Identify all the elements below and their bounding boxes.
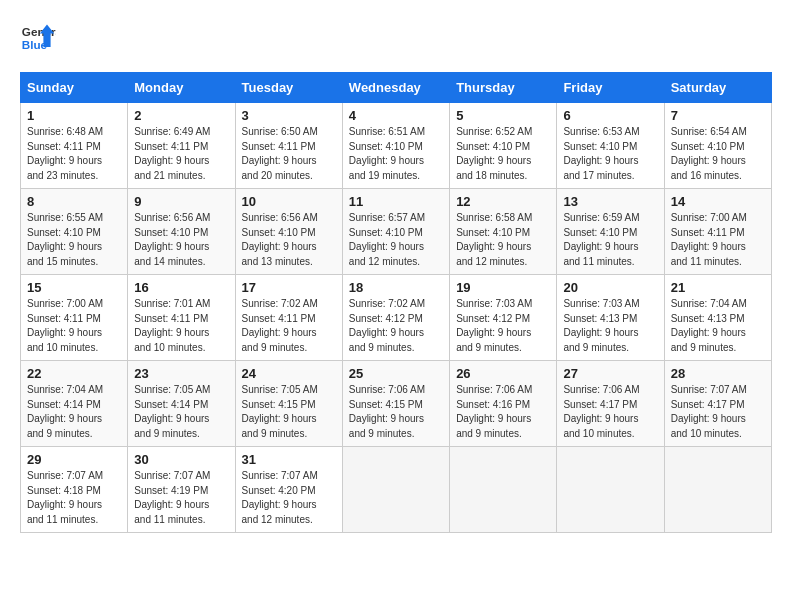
day-number: 3 bbox=[242, 108, 336, 123]
day-number: 24 bbox=[242, 366, 336, 381]
day-header-saturday: Saturday bbox=[664, 73, 771, 103]
day-cell-7: 7 Sunrise: 6:54 AMSunset: 4:10 PMDayligh… bbox=[664, 103, 771, 189]
day-number: 14 bbox=[671, 194, 765, 209]
day-number: 1 bbox=[27, 108, 121, 123]
day-number: 12 bbox=[456, 194, 550, 209]
day-cell-23: 23 Sunrise: 7:05 AMSunset: 4:14 PMDaylig… bbox=[128, 361, 235, 447]
day-cell-31: 31 Sunrise: 7:07 AMSunset: 4:20 PMDaylig… bbox=[235, 447, 342, 533]
day-info: Sunrise: 6:52 AMSunset: 4:10 PMDaylight:… bbox=[456, 126, 532, 181]
day-number: 11 bbox=[349, 194, 443, 209]
day-info: Sunrise: 6:53 AMSunset: 4:10 PMDaylight:… bbox=[563, 126, 639, 181]
day-number: 13 bbox=[563, 194, 657, 209]
day-info: Sunrise: 6:50 AMSunset: 4:11 PMDaylight:… bbox=[242, 126, 318, 181]
day-number: 21 bbox=[671, 280, 765, 295]
day-cell-15: 15 Sunrise: 7:00 AMSunset: 4:11 PMDaylig… bbox=[21, 275, 128, 361]
day-number: 8 bbox=[27, 194, 121, 209]
day-info: Sunrise: 7:07 AMSunset: 4:19 PMDaylight:… bbox=[134, 470, 210, 525]
calendar-table: SundayMondayTuesdayWednesdayThursdayFrid… bbox=[20, 72, 772, 533]
day-info: Sunrise: 7:02 AMSunset: 4:11 PMDaylight:… bbox=[242, 298, 318, 353]
day-cell-10: 10 Sunrise: 6:56 AMSunset: 4:10 PMDaylig… bbox=[235, 189, 342, 275]
day-cell-1: 1 Sunrise: 6:48 AMSunset: 4:11 PMDayligh… bbox=[21, 103, 128, 189]
day-number: 19 bbox=[456, 280, 550, 295]
day-cell-13: 13 Sunrise: 6:59 AMSunset: 4:10 PMDaylig… bbox=[557, 189, 664, 275]
day-header-tuesday: Tuesday bbox=[235, 73, 342, 103]
day-number: 23 bbox=[134, 366, 228, 381]
day-info: Sunrise: 6:59 AMSunset: 4:10 PMDaylight:… bbox=[563, 212, 639, 267]
day-info: Sunrise: 6:56 AMSunset: 4:10 PMDaylight:… bbox=[242, 212, 318, 267]
day-cell-5: 5 Sunrise: 6:52 AMSunset: 4:10 PMDayligh… bbox=[450, 103, 557, 189]
day-number: 17 bbox=[242, 280, 336, 295]
day-cell-3: 3 Sunrise: 6:50 AMSunset: 4:11 PMDayligh… bbox=[235, 103, 342, 189]
day-cell-21: 21 Sunrise: 7:04 AMSunset: 4:13 PMDaylig… bbox=[664, 275, 771, 361]
day-cell-19: 19 Sunrise: 7:03 AMSunset: 4:12 PMDaylig… bbox=[450, 275, 557, 361]
day-info: Sunrise: 6:54 AMSunset: 4:10 PMDaylight:… bbox=[671, 126, 747, 181]
day-cell-2: 2 Sunrise: 6:49 AMSunset: 4:11 PMDayligh… bbox=[128, 103, 235, 189]
day-info: Sunrise: 6:56 AMSunset: 4:10 PMDaylight:… bbox=[134, 212, 210, 267]
empty-cell bbox=[450, 447, 557, 533]
day-cell-25: 25 Sunrise: 7:06 AMSunset: 4:15 PMDaylig… bbox=[342, 361, 449, 447]
day-info: Sunrise: 7:01 AMSunset: 4:11 PMDaylight:… bbox=[134, 298, 210, 353]
header: General Blue bbox=[20, 20, 772, 56]
day-cell-30: 30 Sunrise: 7:07 AMSunset: 4:19 PMDaylig… bbox=[128, 447, 235, 533]
day-cell-16: 16 Sunrise: 7:01 AMSunset: 4:11 PMDaylig… bbox=[128, 275, 235, 361]
day-info: Sunrise: 7:07 AMSunset: 4:17 PMDaylight:… bbox=[671, 384, 747, 439]
day-info: Sunrise: 7:02 AMSunset: 4:12 PMDaylight:… bbox=[349, 298, 425, 353]
day-cell-17: 17 Sunrise: 7:02 AMSunset: 4:11 PMDaylig… bbox=[235, 275, 342, 361]
day-number: 22 bbox=[27, 366, 121, 381]
day-number: 29 bbox=[27, 452, 121, 467]
day-info: Sunrise: 7:06 AMSunset: 4:17 PMDaylight:… bbox=[563, 384, 639, 439]
day-info: Sunrise: 7:07 AMSunset: 4:18 PMDaylight:… bbox=[27, 470, 103, 525]
day-info: Sunrise: 6:49 AMSunset: 4:11 PMDaylight:… bbox=[134, 126, 210, 181]
empty-cell bbox=[342, 447, 449, 533]
day-info: Sunrise: 7:05 AMSunset: 4:15 PMDaylight:… bbox=[242, 384, 318, 439]
day-number: 7 bbox=[671, 108, 765, 123]
week-row-1: 1 Sunrise: 6:48 AMSunset: 4:11 PMDayligh… bbox=[21, 103, 772, 189]
day-cell-8: 8 Sunrise: 6:55 AMSunset: 4:10 PMDayligh… bbox=[21, 189, 128, 275]
day-info: Sunrise: 6:58 AMSunset: 4:10 PMDaylight:… bbox=[456, 212, 532, 267]
week-row-5: 29 Sunrise: 7:07 AMSunset: 4:18 PMDaylig… bbox=[21, 447, 772, 533]
day-header-sunday: Sunday bbox=[21, 73, 128, 103]
day-cell-4: 4 Sunrise: 6:51 AMSunset: 4:10 PMDayligh… bbox=[342, 103, 449, 189]
day-cell-26: 26 Sunrise: 7:06 AMSunset: 4:16 PMDaylig… bbox=[450, 361, 557, 447]
day-info: Sunrise: 7:06 AMSunset: 4:15 PMDaylight:… bbox=[349, 384, 425, 439]
day-number: 30 bbox=[134, 452, 228, 467]
day-number: 20 bbox=[563, 280, 657, 295]
day-number: 18 bbox=[349, 280, 443, 295]
day-cell-29: 29 Sunrise: 7:07 AMSunset: 4:18 PMDaylig… bbox=[21, 447, 128, 533]
day-info: Sunrise: 7:04 AMSunset: 4:14 PMDaylight:… bbox=[27, 384, 103, 439]
day-number: 4 bbox=[349, 108, 443, 123]
logo-icon: General Blue bbox=[20, 20, 56, 56]
day-number: 9 bbox=[134, 194, 228, 209]
week-row-2: 8 Sunrise: 6:55 AMSunset: 4:10 PMDayligh… bbox=[21, 189, 772, 275]
day-info: Sunrise: 7:00 AMSunset: 4:11 PMDaylight:… bbox=[27, 298, 103, 353]
day-number: 25 bbox=[349, 366, 443, 381]
day-header-thursday: Thursday bbox=[450, 73, 557, 103]
day-cell-28: 28 Sunrise: 7:07 AMSunset: 4:17 PMDaylig… bbox=[664, 361, 771, 447]
day-cell-24: 24 Sunrise: 7:05 AMSunset: 4:15 PMDaylig… bbox=[235, 361, 342, 447]
week-row-3: 15 Sunrise: 7:00 AMSunset: 4:11 PMDaylig… bbox=[21, 275, 772, 361]
day-number: 10 bbox=[242, 194, 336, 209]
day-cell-18: 18 Sunrise: 7:02 AMSunset: 4:12 PMDaylig… bbox=[342, 275, 449, 361]
day-cell-27: 27 Sunrise: 7:06 AMSunset: 4:17 PMDaylig… bbox=[557, 361, 664, 447]
day-number: 6 bbox=[563, 108, 657, 123]
day-number: 2 bbox=[134, 108, 228, 123]
day-cell-12: 12 Sunrise: 6:58 AMSunset: 4:10 PMDaylig… bbox=[450, 189, 557, 275]
day-cell-22: 22 Sunrise: 7:04 AMSunset: 4:14 PMDaylig… bbox=[21, 361, 128, 447]
day-cell-6: 6 Sunrise: 6:53 AMSunset: 4:10 PMDayligh… bbox=[557, 103, 664, 189]
day-number: 31 bbox=[242, 452, 336, 467]
day-info: Sunrise: 7:00 AMSunset: 4:11 PMDaylight:… bbox=[671, 212, 747, 267]
day-info: Sunrise: 6:57 AMSunset: 4:10 PMDaylight:… bbox=[349, 212, 425, 267]
day-cell-14: 14 Sunrise: 7:00 AMSunset: 4:11 PMDaylig… bbox=[664, 189, 771, 275]
day-cell-20: 20 Sunrise: 7:03 AMSunset: 4:13 PMDaylig… bbox=[557, 275, 664, 361]
day-cell-11: 11 Sunrise: 6:57 AMSunset: 4:10 PMDaylig… bbox=[342, 189, 449, 275]
empty-cell bbox=[557, 447, 664, 533]
day-number: 27 bbox=[563, 366, 657, 381]
day-info: Sunrise: 7:06 AMSunset: 4:16 PMDaylight:… bbox=[456, 384, 532, 439]
days-header-row: SundayMondayTuesdayWednesdayThursdayFrid… bbox=[21, 73, 772, 103]
empty-cell bbox=[664, 447, 771, 533]
day-info: Sunrise: 7:03 AMSunset: 4:12 PMDaylight:… bbox=[456, 298, 532, 353]
day-header-friday: Friday bbox=[557, 73, 664, 103]
week-row-4: 22 Sunrise: 7:04 AMSunset: 4:14 PMDaylig… bbox=[21, 361, 772, 447]
day-number: 28 bbox=[671, 366, 765, 381]
day-cell-9: 9 Sunrise: 6:56 AMSunset: 4:10 PMDayligh… bbox=[128, 189, 235, 275]
